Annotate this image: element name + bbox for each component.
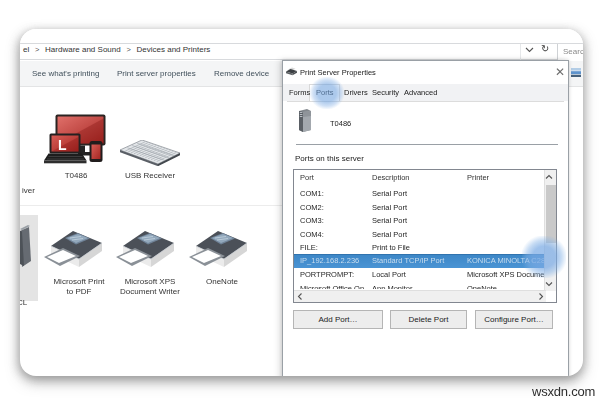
- svg-text:L: L: [58, 137, 67, 153]
